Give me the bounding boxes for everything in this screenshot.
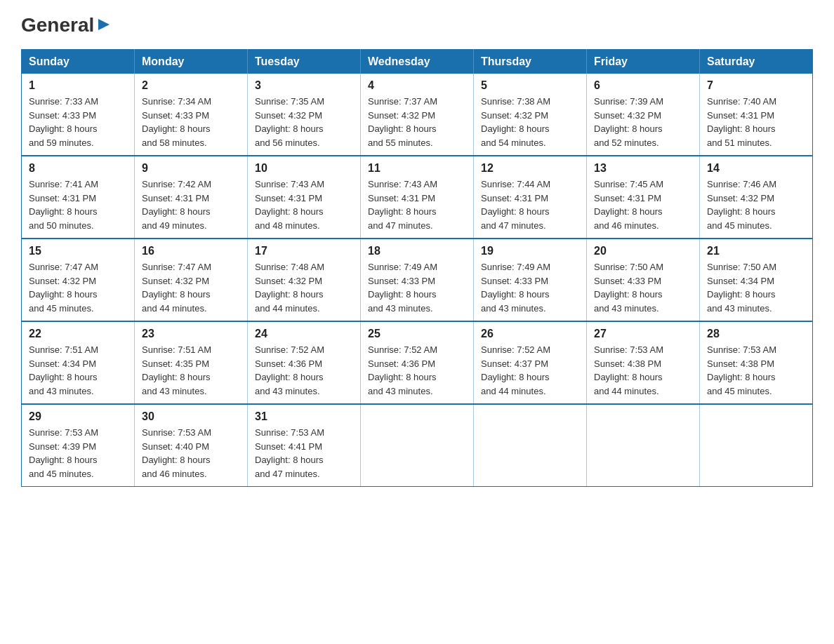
day-info: Sunrise: 7:45 AM Sunset: 4:31 PM Dayligh… <box>594 177 692 232</box>
day-info: Sunrise: 7:51 AM Sunset: 4:35 PM Dayligh… <box>142 343 240 398</box>
header-row: SundayMondayTuesdayWednesdayThursdayFrid… <box>22 50 813 74</box>
calendar-cell: 15 Sunrise: 7:47 AM Sunset: 4:32 PM Dayl… <box>22 239 135 321</box>
day-info: Sunrise: 7:49 AM Sunset: 4:33 PM Dayligh… <box>368 260 466 315</box>
calendar-cell <box>700 404 813 487</box>
logo-general-text: General <box>21 14 94 36</box>
day-number: 22 <box>29 328 127 340</box>
day-info: Sunrise: 7:53 AM Sunset: 4:40 PM Dayligh… <box>142 426 240 481</box>
calendar-cell: 8 Sunrise: 7:41 AM Sunset: 4:31 PM Dayli… <box>22 156 135 239</box>
day-number: 23 <box>142 328 240 340</box>
day-number: 13 <box>594 162 692 175</box>
day-number: 2 <box>142 79 240 92</box>
day-number: 28 <box>707 328 805 340</box>
day-number: 5 <box>481 79 579 92</box>
day-info: Sunrise: 7:50 AM Sunset: 4:34 PM Dayligh… <box>707 260 805 315</box>
calendar-table: SundayMondayTuesdayWednesdayThursdayFrid… <box>21 49 813 487</box>
day-number: 31 <box>255 410 353 423</box>
day-info: Sunrise: 7:43 AM Sunset: 4:31 PM Dayligh… <box>255 177 353 232</box>
calendar-cell: 5 Sunrise: 7:38 AM Sunset: 4:32 PM Dayli… <box>474 74 587 156</box>
day-info: Sunrise: 7:50 AM Sunset: 4:33 PM Dayligh… <box>594 260 692 315</box>
calendar-body: 1 Sunrise: 7:33 AM Sunset: 4:33 PM Dayli… <box>22 74 813 487</box>
header-day-saturday: Saturday <box>700 50 813 74</box>
calendar-cell: 30 Sunrise: 7:53 AM Sunset: 4:40 PM Dayl… <box>135 404 248 487</box>
calendar-cell: 11 Sunrise: 7:43 AM Sunset: 4:31 PM Dayl… <box>361 156 474 239</box>
calendar-cell: 1 Sunrise: 7:33 AM Sunset: 4:33 PM Dayli… <box>22 74 135 156</box>
calendar-cell: 19 Sunrise: 7:49 AM Sunset: 4:33 PM Dayl… <box>474 239 587 321</box>
day-info: Sunrise: 7:51 AM Sunset: 4:34 PM Dayligh… <box>29 343 127 398</box>
logo-arrow-icon <box>96 17 112 35</box>
day-number: 17 <box>255 245 353 257</box>
day-info: Sunrise: 7:53 AM Sunset: 4:38 PM Dayligh… <box>594 343 692 398</box>
day-number: 30 <box>142 410 240 423</box>
day-number: 12 <box>481 162 579 175</box>
calendar-cell: 14 Sunrise: 7:46 AM Sunset: 4:32 PM Dayl… <box>700 156 813 239</box>
day-info: Sunrise: 7:47 AM Sunset: 4:32 PM Dayligh… <box>29 260 127 315</box>
calendar-cell: 28 Sunrise: 7:53 AM Sunset: 4:38 PM Dayl… <box>700 321 813 404</box>
day-number: 26 <box>481 328 579 340</box>
calendar-cell: 17 Sunrise: 7:48 AM Sunset: 4:32 PM Dayl… <box>248 239 361 321</box>
calendar-cell: 13 Sunrise: 7:45 AM Sunset: 4:31 PM Dayl… <box>587 156 700 239</box>
day-info: Sunrise: 7:52 AM Sunset: 4:36 PM Dayligh… <box>255 343 353 398</box>
calendar-cell: 6 Sunrise: 7:39 AM Sunset: 4:32 PM Dayli… <box>587 74 700 156</box>
day-number: 7 <box>707 79 805 92</box>
day-info: Sunrise: 7:42 AM Sunset: 4:31 PM Dayligh… <box>142 177 240 232</box>
day-info: Sunrise: 7:48 AM Sunset: 4:32 PM Dayligh… <box>255 260 353 315</box>
day-number: 27 <box>594 328 692 340</box>
day-info: Sunrise: 7:33 AM Sunset: 4:33 PM Dayligh… <box>29 95 127 149</box>
day-number: 9 <box>142 162 240 175</box>
day-info: Sunrise: 7:41 AM Sunset: 4:31 PM Dayligh… <box>29 177 127 232</box>
day-number: 16 <box>142 245 240 257</box>
day-number: 3 <box>255 79 353 92</box>
day-number: 11 <box>368 162 466 175</box>
day-number: 6 <box>594 79 692 92</box>
calendar-cell: 26 Sunrise: 7:52 AM Sunset: 4:37 PM Dayl… <box>474 321 587 404</box>
week-row-1: 1 Sunrise: 7:33 AM Sunset: 4:33 PM Dayli… <box>22 74 813 156</box>
calendar-cell: 27 Sunrise: 7:53 AM Sunset: 4:38 PM Dayl… <box>587 321 700 404</box>
svg-marker-0 <box>98 19 110 30</box>
day-number: 20 <box>594 245 692 257</box>
day-number: 19 <box>481 245 579 257</box>
day-number: 8 <box>29 162 127 175</box>
calendar-header: SundayMondayTuesdayWednesdayThursdayFrid… <box>22 50 813 74</box>
day-info: Sunrise: 7:37 AM Sunset: 4:32 PM Dayligh… <box>368 95 466 149</box>
day-number: 4 <box>368 79 466 92</box>
header-day-friday: Friday <box>587 50 700 74</box>
calendar-cell <box>474 404 587 487</box>
header-day-sunday: Sunday <box>22 50 135 74</box>
calendar-cell <box>587 404 700 487</box>
calendar-cell: 20 Sunrise: 7:50 AM Sunset: 4:33 PM Dayl… <box>587 239 700 321</box>
calendar-cell: 4 Sunrise: 7:37 AM Sunset: 4:32 PM Dayli… <box>361 74 474 156</box>
week-row-5: 29 Sunrise: 7:53 AM Sunset: 4:39 PM Dayl… <box>22 404 813 487</box>
calendar-cell: 24 Sunrise: 7:52 AM Sunset: 4:36 PM Dayl… <box>248 321 361 404</box>
calendar-cell: 12 Sunrise: 7:44 AM Sunset: 4:31 PM Dayl… <box>474 156 587 239</box>
header-day-monday: Monday <box>135 50 248 74</box>
day-number: 14 <box>707 162 805 175</box>
header-day-thursday: Thursday <box>474 50 587 74</box>
calendar-cell: 18 Sunrise: 7:49 AM Sunset: 4:33 PM Dayl… <box>361 239 474 321</box>
day-info: Sunrise: 7:52 AM Sunset: 4:37 PM Dayligh… <box>481 343 579 398</box>
calendar-cell: 31 Sunrise: 7:53 AM Sunset: 4:41 PM Dayl… <box>248 404 361 487</box>
day-info: Sunrise: 7:43 AM Sunset: 4:31 PM Dayligh… <box>368 177 466 232</box>
week-row-3: 15 Sunrise: 7:47 AM Sunset: 4:32 PM Dayl… <box>22 239 813 321</box>
day-number: 24 <box>255 328 353 340</box>
day-number: 25 <box>368 328 466 340</box>
day-number: 1 <box>29 79 127 92</box>
day-info: Sunrise: 7:47 AM Sunset: 4:32 PM Dayligh… <box>142 260 240 315</box>
calendar-cell: 25 Sunrise: 7:52 AM Sunset: 4:36 PM Dayl… <box>361 321 474 404</box>
day-number: 18 <box>368 245 466 257</box>
day-info: Sunrise: 7:53 AM Sunset: 4:38 PM Dayligh… <box>707 343 805 398</box>
day-info: Sunrise: 7:40 AM Sunset: 4:31 PM Dayligh… <box>707 95 805 149</box>
day-info: Sunrise: 7:53 AM Sunset: 4:41 PM Dayligh… <box>255 426 353 481</box>
calendar-cell: 29 Sunrise: 7:53 AM Sunset: 4:39 PM Dayl… <box>22 404 135 487</box>
day-info: Sunrise: 7:52 AM Sunset: 4:36 PM Dayligh… <box>368 343 466 398</box>
calendar-cell: 7 Sunrise: 7:40 AM Sunset: 4:31 PM Dayli… <box>700 74 813 156</box>
calendar-cell <box>361 404 474 487</box>
header-day-wednesday: Wednesday <box>361 50 474 74</box>
page-header: General <box>21 14 813 36</box>
header-day-tuesday: Tuesday <box>248 50 361 74</box>
calendar-cell: 3 Sunrise: 7:35 AM Sunset: 4:32 PM Dayli… <box>248 74 361 156</box>
day-info: Sunrise: 7:35 AM Sunset: 4:32 PM Dayligh… <box>255 95 353 149</box>
day-info: Sunrise: 7:38 AM Sunset: 4:32 PM Dayligh… <box>481 95 579 149</box>
week-row-4: 22 Sunrise: 7:51 AM Sunset: 4:34 PM Dayl… <box>22 321 813 404</box>
calendar-cell: 21 Sunrise: 7:50 AM Sunset: 4:34 PM Dayl… <box>700 239 813 321</box>
